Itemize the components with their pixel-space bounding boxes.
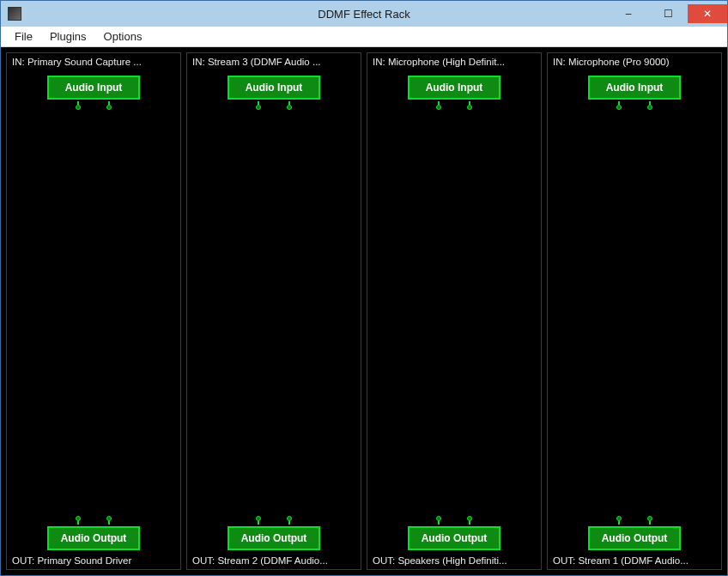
jack-icon[interactable] <box>254 516 263 524</box>
input-jacks <box>434 101 474 110</box>
channel-input-label: IN: Microphone (High Definit... <box>373 57 536 67</box>
window-frame: DDMF Effect Rack – ☐ ✕ File Plugins Opti… <box>0 0 728 576</box>
output-node-wrap: Audio Output <box>12 516 175 550</box>
close-button[interactable]: ✕ <box>688 4 727 23</box>
jack-icon[interactable] <box>74 516 82 524</box>
channel-input-label: IN: Stream 3 (DDMF Audio ... <box>192 57 355 67</box>
jack-icon[interactable] <box>254 101 263 110</box>
output-jacks <box>254 516 294 524</box>
output-node-wrap: Audio Output <box>373 516 536 550</box>
window-controls: – ☐ ✕ <box>609 4 727 23</box>
jack-icon[interactable] <box>434 101 443 110</box>
channel-output-label: OUT: Speakers (High Definiti... <box>373 555 536 566</box>
jack-icon[interactable] <box>105 101 113 110</box>
jack-icon[interactable] <box>434 516 443 524</box>
rack-area: IN: Primary Sound Capture ... Audio Inpu… <box>1 47 727 575</box>
close-icon: ✕ <box>703 9 712 19</box>
jack-icon[interactable] <box>615 516 623 524</box>
menu-options[interactable]: Options <box>95 28 151 45</box>
minimize-icon: – <box>626 9 632 19</box>
channel-output-label: OUT: Stream 1 (DDMF Audio... <box>553 555 716 566</box>
output-node-wrap: Audio Output <box>553 516 716 550</box>
app-icon <box>8 7 21 21</box>
jack-icon[interactable] <box>465 516 474 524</box>
channel-strip[interactable]: IN: Microphone (Pro 9000) Audio Input Au… <box>547 52 722 570</box>
jack-icon[interactable] <box>646 516 654 524</box>
channel-strip[interactable]: IN: Microphone (High Definit... Audio In… <box>367 52 542 570</box>
input-node-wrap: Audio Input <box>373 76 536 110</box>
input-jacks <box>254 101 294 110</box>
jack-icon[interactable] <box>646 101 654 110</box>
channel-input-label: IN: Primary Sound Capture ... <box>12 57 175 67</box>
maximize-button[interactable]: ☐ <box>648 4 688 23</box>
audio-output-node[interactable]: Audio Output <box>47 526 140 550</box>
input-jacks <box>615 101 654 110</box>
jack-icon[interactable] <box>74 101 82 110</box>
audio-input-node[interactable]: Audio Input <box>588 76 681 100</box>
minimize-button[interactable]: – <box>609 4 648 23</box>
channel-output-label: OUT: Stream 2 (DDMF Audio... <box>192 555 355 566</box>
input-node-wrap: Audio Input <box>192 76 355 110</box>
input-jacks <box>74 101 113 110</box>
output-jacks <box>434 516 474 524</box>
maximize-icon: ☐ <box>664 9 673 19</box>
channel-output-label: OUT: Primary Sound Driver <box>12 555 175 566</box>
jack-icon[interactable] <box>105 516 113 524</box>
menubar: File Plugins Options <box>1 27 727 47</box>
input-node-wrap: Audio Input <box>12 76 175 110</box>
output-jacks <box>615 516 654 524</box>
titlebar[interactable]: DDMF Effect Rack – ☐ ✕ <box>1 1 727 27</box>
menu-file[interactable]: File <box>6 28 41 45</box>
menu-plugins[interactable]: Plugins <box>41 28 95 45</box>
output-node-wrap: Audio Output <box>192 516 355 550</box>
audio-input-node[interactable]: Audio Input <box>47 76 140 100</box>
audio-output-node[interactable]: Audio Output <box>408 526 500 550</box>
input-node-wrap: Audio Input <box>553 76 716 110</box>
channel-strip[interactable]: IN: Primary Sound Capture ... Audio Inpu… <box>6 52 181 570</box>
channel-strip[interactable]: IN: Stream 3 (DDMF Audio ... Audio Input… <box>186 52 361 570</box>
jack-icon[interactable] <box>285 101 294 110</box>
channel-input-label: IN: Microphone (Pro 9000) <box>553 57 716 67</box>
audio-output-node[interactable]: Audio Output <box>228 526 320 550</box>
jack-icon[interactable] <box>285 516 294 524</box>
jack-icon[interactable] <box>465 101 474 110</box>
jack-icon[interactable] <box>615 101 623 110</box>
output-jacks <box>74 516 113 524</box>
audio-output-node[interactable]: Audio Output <box>588 526 681 550</box>
audio-input-node[interactable]: Audio Input <box>228 76 320 100</box>
audio-input-node[interactable]: Audio Input <box>408 76 500 100</box>
